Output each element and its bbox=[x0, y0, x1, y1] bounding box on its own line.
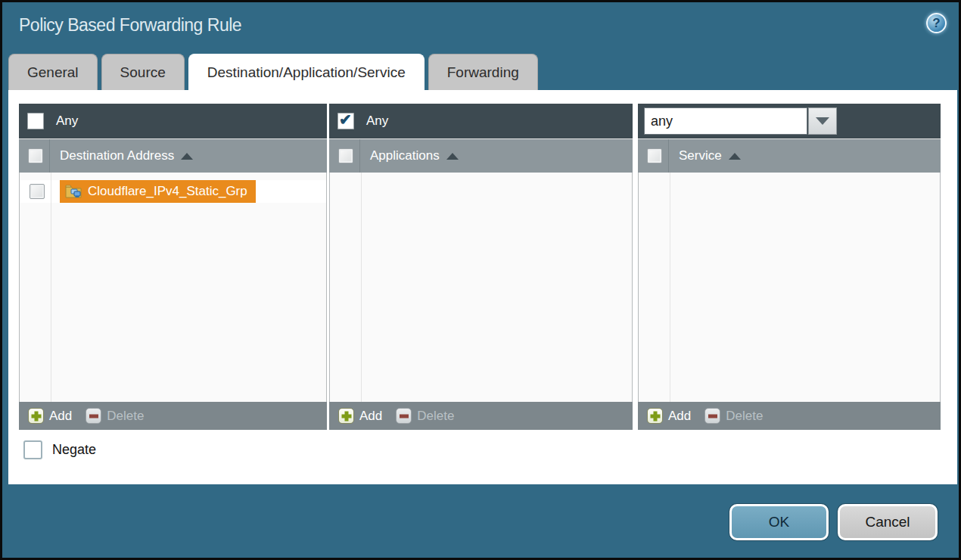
row-checkbox[interactable] bbox=[30, 184, 45, 199]
service-list bbox=[638, 173, 941, 402]
help-icon[interactable]: ? bbox=[926, 13, 947, 33]
add-icon bbox=[338, 408, 354, 424]
applications-column-header-label[interactable]: Applications bbox=[370, 148, 440, 163]
tab-content-panel: Any Destination Address bbox=[8, 90, 957, 484]
tab-bar: General Source Destination/Application/S… bbox=[8, 54, 538, 90]
applications-any-checkbox[interactable] bbox=[337, 113, 354, 129]
service-select-all-cell bbox=[638, 139, 669, 173]
destination-address-entry[interactable]: Cloudflare_IPv4_Static_Grp bbox=[60, 180, 256, 203]
service-delete-button[interactable]: Delete bbox=[691, 408, 763, 424]
add-icon bbox=[28, 408, 44, 424]
negate-checkbox[interactable] bbox=[23, 440, 42, 459]
applications-select-all-checkbox[interactable] bbox=[338, 148, 353, 163]
service-column-header-label[interactable]: Service bbox=[679, 148, 722, 163]
applications-add-button[interactable]: Add bbox=[338, 408, 382, 424]
destination-address-column: Any Destination Address bbox=[19, 104, 327, 430]
destination-select-all-cell bbox=[19, 139, 50, 173]
negate-label: Negate bbox=[52, 442, 96, 458]
service-select-all-checkbox[interactable] bbox=[647, 148, 662, 163]
destination-footer: Add Delete bbox=[19, 402, 327, 430]
add-button-label: Add bbox=[49, 409, 72, 424]
cancel-button[interactable]: Cancel bbox=[838, 504, 938, 540]
table-row: Cloudflare_IPv4_Static_Grp bbox=[20, 180, 326, 203]
destination-any-label: Any bbox=[56, 114, 78, 129]
delete-icon bbox=[86, 408, 101, 424]
destination-any-bar: Any bbox=[19, 104, 327, 139]
delete-button-label: Delete bbox=[107, 409, 144, 424]
tab-forwarding[interactable]: Forwarding bbox=[428, 54, 538, 90]
add-button-label: Add bbox=[359, 409, 382, 424]
applications-delete-button[interactable]: Delete bbox=[382, 408, 454, 424]
sort-ascending-icon[interactable] bbox=[446, 153, 459, 160]
destination-add-button[interactable]: Add bbox=[28, 408, 72, 424]
service-footer: Add Delete bbox=[638, 402, 941, 430]
destination-list: Cloudflare_IPv4_Static_Grp bbox=[19, 173, 327, 402]
dialog-title: Policy Based Forwarding Rule bbox=[19, 15, 241, 36]
tab-source[interactable]: Source bbox=[101, 54, 185, 90]
destination-delete-button[interactable]: Delete bbox=[72, 408, 144, 424]
applications-column: Any Applications Add Delete bbox=[329, 104, 633, 430]
service-table-header: Service bbox=[638, 139, 941, 173]
applications-any-bar: Any bbox=[329, 104, 633, 139]
sort-ascending-icon[interactable] bbox=[181, 153, 193, 160]
applications-any-label: Any bbox=[366, 114, 388, 129]
delete-button-label: Delete bbox=[417, 409, 454, 424]
applications-footer: Add Delete bbox=[329, 402, 633, 430]
destination-any-checkbox[interactable] bbox=[27, 113, 44, 129]
tab-destination-application-service[interactable]: Destination/Application/Service bbox=[188, 54, 425, 90]
sort-ascending-icon[interactable] bbox=[729, 153, 741, 160]
destination-table-header: Destination Address bbox=[19, 139, 327, 173]
service-dropdown-value[interactable]: any bbox=[644, 107, 807, 135]
applications-select-all-cell bbox=[329, 139, 360, 173]
service-add-button[interactable]: Add bbox=[647, 408, 691, 424]
destination-column-header-label[interactable]: Destination Address bbox=[60, 148, 174, 163]
applications-table-header: Applications bbox=[329, 139, 633, 173]
delete-icon bbox=[704, 408, 720, 424]
policy-based-forwarding-rule-dialog: Policy Based Forwarding Rule ? General S… bbox=[0, 0, 961, 560]
applications-list bbox=[329, 173, 633, 402]
destination-select-all-checkbox[interactable] bbox=[28, 148, 43, 163]
delete-icon bbox=[396, 408, 412, 424]
dialog-titlebar: Policy Based Forwarding Rule ? bbox=[2, 2, 959, 51]
address-group-icon bbox=[65, 185, 82, 198]
delete-button-label: Delete bbox=[726, 409, 763, 424]
destination-address-label: Cloudflare_IPv4_Static_Grp bbox=[88, 184, 247, 199]
add-button-label: Add bbox=[668, 409, 691, 424]
chevron-down-icon[interactable] bbox=[808, 107, 837, 135]
service-dropdown: any bbox=[644, 107, 837, 135]
add-icon bbox=[647, 408, 663, 424]
service-column: any Service Add Delete bbox=[638, 104, 941, 430]
service-dropdown-bar: any bbox=[638, 104, 941, 139]
ok-button[interactable]: OK bbox=[729, 504, 829, 540]
tab-general[interactable]: General bbox=[8, 54, 98, 90]
negate-row: Negate bbox=[23, 440, 96, 459]
